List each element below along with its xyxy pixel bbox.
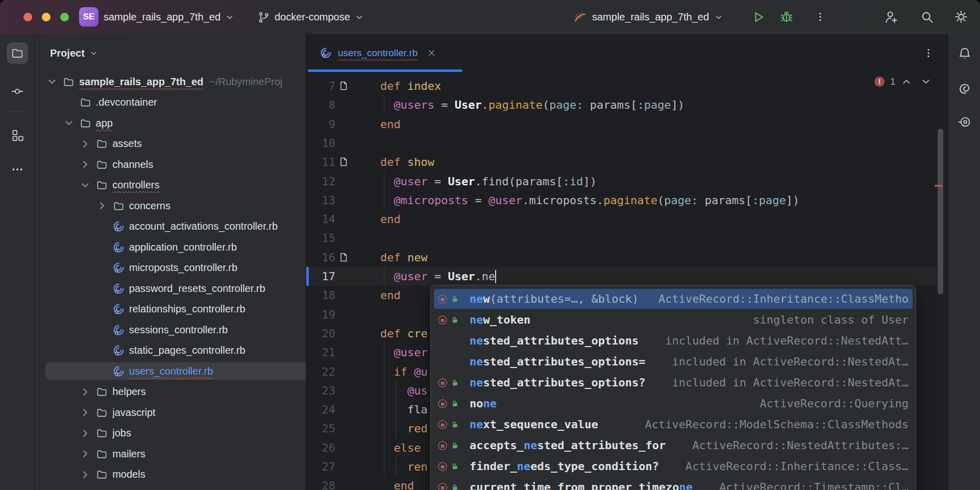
token bbox=[380, 365, 394, 378]
chevron-down-icon[interactable] bbox=[63, 117, 75, 129]
gutter-file-icon[interactable] bbox=[338, 81, 349, 91]
search-everywhere-button[interactable] bbox=[920, 10, 934, 24]
chevron-right-icon[interactable] bbox=[80, 469, 91, 480]
previous-error-button[interactable] bbox=[901, 76, 912, 87]
vcs-branch-selector[interactable]: docker-compose bbox=[258, 0, 364, 34]
error-stripe-mark[interactable] bbox=[935, 185, 943, 187]
chevron-right-icon[interactable] bbox=[80, 159, 91, 170]
completion-item-accepts_nested_attributes_for[interactable]: maccepts_nested_attributes_forActiveReco… bbox=[431, 435, 916, 456]
gutter-file-icon[interactable] bbox=[338, 157, 349, 167]
gutter-file-icon[interactable] bbox=[338, 252, 349, 263]
tree-item-helpers[interactable]: helpers bbox=[45, 383, 306, 401]
settings-button[interactable] bbox=[954, 10, 968, 24]
tree-item-jobs[interactable]: jobs bbox=[45, 425, 306, 442]
code-text[interactable]: if @u bbox=[380, 362, 428, 381]
code-text[interactable]: end bbox=[380, 115, 401, 134]
tree-item-javascript[interactable]: javascript bbox=[45, 404, 306, 421]
code-text[interactable]: @user = User.find(params[:id]) bbox=[380, 172, 597, 191]
code-text[interactable]: @microposts = @user.microposts.paginate(… bbox=[380, 191, 799, 210]
completion-item-new[interactable]: mnew(attributes=…, &block)ActiveRecord::… bbox=[431, 288, 916, 309]
project-avatar[interactable]: SE bbox=[79, 7, 99, 27]
toolbar-button-run-tool-window[interactable] bbox=[958, 115, 972, 130]
completion-item-nested_attributes_options=[interactable]: nested_attributes_options=included in Ac… bbox=[431, 351, 916, 372]
completion-item-none[interactable]: mnoneActiveRecord::Querying bbox=[431, 393, 916, 414]
toolbar-button-project-tool-window[interactable] bbox=[7, 42, 28, 64]
tree-item-relationships-controller-rb[interactable]: relationships_controller.rb bbox=[45, 301, 306, 318]
svg-text:m: m bbox=[441, 296, 445, 303]
editor-options-button[interactable] bbox=[923, 47, 934, 59]
chevron-down-icon[interactable] bbox=[46, 76, 58, 87]
code-text[interactable]: def cre bbox=[380, 324, 428, 343]
tree-item-models[interactable]: models bbox=[45, 466, 306, 483]
minimize-window-button[interactable] bbox=[42, 13, 51, 21]
toolbar-button-commit-tool-window[interactable] bbox=[7, 81, 28, 102]
chevron-right-icon[interactable] bbox=[80, 448, 91, 459]
tree-item-app[interactable]: app bbox=[45, 114, 306, 132]
code-text[interactable]: end bbox=[380, 210, 401, 229]
chevron-right-icon[interactable] bbox=[96, 200, 108, 211]
tree-item-application-controller-rb[interactable]: application_controller.rb bbox=[45, 238, 306, 256]
token: paginate bbox=[488, 99, 543, 111]
toolbar-divider bbox=[7, 111, 28, 112]
folder-icon bbox=[96, 138, 108, 150]
code-text[interactable]: def index bbox=[380, 77, 441, 95]
code-text[interactable]: fla bbox=[380, 400, 428, 419]
code-text[interactable]: ren bbox=[380, 457, 428, 476]
toolbar-button-more-tool-windows[interactable] bbox=[7, 159, 28, 180]
code-text[interactable]: end bbox=[380, 476, 414, 490]
code-text[interactable]: @users = User.paginate(page: params[:pag… bbox=[380, 95, 684, 114]
code-text[interactable]: red bbox=[380, 419, 428, 438]
completion-item-nested_attributes_options[interactable]: nested_attributes_optionsincluded in Act… bbox=[431, 330, 916, 351]
code-text[interactable]: def new bbox=[380, 248, 428, 267]
completion-item-finder_needs_type_condition?[interactable]: mfinder_needs_type_condition?ActiveRecor… bbox=[431, 456, 916, 477]
tree-item-password-resets-controller-rb[interactable]: password_resets_controller.rb bbox=[45, 280, 306, 297]
completion-item-nested_attributes_options?[interactable]: mnested_attributes_options?included in A… bbox=[431, 372, 916, 393]
run-configuration-selector[interactable]: sample_rails_app_7th_ed bbox=[573, 0, 723, 34]
toolbar-button-ai-assistant[interactable] bbox=[958, 81, 972, 95]
chevron-right-icon[interactable] bbox=[80, 407, 91, 418]
toolbar-button-structure-tool-window[interactable] bbox=[7, 125, 28, 146]
completion-item-new_token[interactable]: mnew_tokensingleton class of User bbox=[431, 309, 916, 330]
method-icon-spacer bbox=[437, 357, 448, 367]
chevron-right-icon[interactable] bbox=[80, 386, 91, 398]
close-window-button[interactable] bbox=[23, 13, 32, 21]
code-text[interactable]: @us bbox=[380, 381, 428, 400]
tree-item-sample-rails-app-7th-ed[interactable]: sample_rails_app_7th_ed~/RubymineProj bbox=[45, 73, 300, 90]
code-text[interactable]: end bbox=[380, 286, 401, 305]
zoom-window-button[interactable] bbox=[60, 13, 69, 21]
code-with-me-button[interactable] bbox=[884, 10, 899, 24]
close-tab-icon[interactable] bbox=[427, 48, 436, 58]
completion-item-current_time_from_proper_timezone[interactable]: mcurrent_time_from_proper_timezoneActive… bbox=[431, 477, 916, 490]
tree-item-channels[interactable]: channels bbox=[45, 156, 306, 173]
code-text[interactable]: def show bbox=[380, 153, 434, 172]
tree-item-sessions-controller-rb[interactable]: sessions_controller.rb bbox=[45, 321, 306, 338]
tree-item--devcontainer[interactable]: .devcontainer bbox=[45, 94, 306, 111]
chevron-right-icon[interactable] bbox=[80, 428, 91, 439]
tree-item-users-controller-rb[interactable]: users_controller.rb bbox=[45, 362, 306, 380]
code-text[interactable]: else bbox=[380, 438, 421, 457]
tree-item-mailers[interactable]: mailers bbox=[45, 445, 306, 462]
editor-scrollbar[interactable] bbox=[938, 129, 943, 295]
editor-tab[interactable]: users_controller.rb bbox=[308, 34, 462, 71]
tree-item-assets[interactable]: assets bbox=[45, 135, 306, 153]
tree-item-account-activations-controller-rb[interactable]: account_activations_controller.rb bbox=[45, 218, 306, 235]
inspections-widget[interactable]: ! 1 bbox=[874, 75, 932, 89]
name-part: ne bbox=[470, 292, 483, 305]
chevron-right-icon[interactable] bbox=[80, 138, 91, 150]
more-actions-button[interactable] bbox=[815, 11, 826, 22]
code-text[interactable]: @user bbox=[380, 343, 428, 362]
project-selector[interactable]: sample_rails_app_7th_ed bbox=[104, 0, 234, 34]
tree-item-microposts-controller-rb[interactable]: microposts_controller.rb bbox=[45, 259, 306, 277]
debug-button[interactable] bbox=[779, 10, 794, 24]
toolbar-button-notifications[interactable] bbox=[958, 46, 972, 61]
next-error-button[interactable] bbox=[920, 76, 932, 87]
completion-origin: ActiveRecord::Querying bbox=[750, 397, 909, 410]
completion-item-next_sequence_value[interactable]: mnext_sequence_valueActiveRecord::ModelS… bbox=[431, 414, 916, 435]
run-button[interactable] bbox=[751, 10, 765, 24]
tree-item-concerns[interactable]: concerns bbox=[45, 197, 306, 214]
tree-item-static-pages-controller-rb[interactable]: static_pages_controller.rb bbox=[45, 342, 306, 359]
chevron-down-icon[interactable] bbox=[80, 180, 91, 191]
tree-item-controllers[interactable]: controllers bbox=[45, 177, 306, 194]
project-panel-header[interactable]: Project bbox=[50, 44, 98, 62]
code-text[interactable]: @user = User.ne bbox=[380, 267, 495, 286]
